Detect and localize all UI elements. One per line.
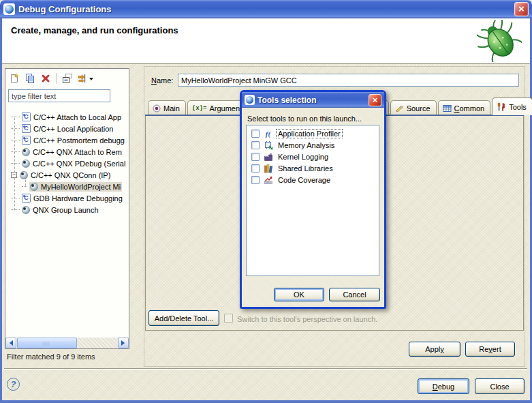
tree-item[interactable]: GDB Hardware Debugging — [5, 192, 129, 204]
configurations-toolbar — [7, 71, 94, 86]
selection-highlight: MyHelloWorldProject Mi — [29, 182, 122, 192]
filter-input[interactable] — [8, 89, 110, 102]
tool-row[interactable]: Shared Libraries — [247, 162, 379, 174]
arrow-left-icon — [7, 340, 13, 346]
code-coverage-icon — [263, 175, 273, 185]
delete-button[interactable] — [39, 72, 52, 85]
collapse-toggle[interactable] — [11, 172, 17, 178]
dialog-icon — [245, 95, 255, 105]
tool-row[interactable]: Kernel Logging — [247, 151, 379, 162]
qnx-launch-icon — [20, 171, 28, 179]
tree-item[interactable]: QNX Group Launch — [5, 204, 129, 215]
tab-main[interactable]: Main — [148, 100, 186, 115]
tree-item-expanded[interactable]: C/C++ QNX QConn (IP) — [5, 169, 129, 181]
arguments-tab-icon: (x)= — [192, 105, 207, 112]
tools-tab-icon — [497, 102, 506, 111]
perspective-checkbox[interactable] — [224, 314, 233, 323]
shared-libraries-icon — [263, 164, 273, 173]
duplicate-button[interactable] — [23, 72, 36, 85]
close-dialog-button[interactable]: Close — [475, 378, 525, 394]
perspective-checkbox-label: Switch to this tool's perspective on lau… — [237, 315, 377, 323]
c-launch-icon — [22, 113, 31, 121]
ok-button[interactable]: OK — [274, 288, 324, 301]
qnx-launch-icon — [22, 148, 30, 156]
tool-row[interactable]: Memory Analysis — [247, 139, 379, 151]
window-title: Debug Configurations — [18, 4, 112, 14]
scroll-left-button[interactable] — [5, 338, 16, 348]
apply-button[interactable]: Apply — [409, 342, 460, 357]
arrow-right-icon — [121, 340, 127, 346]
tree-item[interactable]: C/C++ Postmortem debugg — [5, 134, 129, 146]
header-banner: Create, manage, and run configurations — [2, 18, 530, 64]
dialog-prompt: Select tools to run on this launch... — [247, 115, 362, 123]
kernel-logging-icon — [263, 152, 273, 162]
filter-status: Filter matched 9 of 9 items — [7, 353, 95, 361]
scroll-right-button[interactable] — [118, 338, 129, 348]
dialog-title: Tools selection — [257, 95, 316, 105]
scrollbar-thumb[interactable] — [17, 338, 77, 348]
tree-item[interactable]: C/C++ Attach to Local App — [5, 111, 129, 123]
application-profiler-icon: f( — [263, 129, 273, 138]
dialog-titlebar[interactable]: Tools selection × — [242, 92, 384, 108]
toolbar-separator — [56, 73, 57, 84]
horizontal-scrollbar[interactable] — [5, 338, 129, 348]
c-launch-icon — [22, 124, 31, 133]
qnx-launch-icon — [30, 183, 38, 191]
configurations-tree: C/C++ Attach to Local App C/C++ Local Ap… — [5, 111, 129, 279]
close-button[interactable]: × — [514, 2, 529, 16]
help-button[interactable]: ? — [7, 378, 20, 391]
tab-source[interactable]: Source — [390, 100, 437, 115]
window-border — [0, 400, 532, 403]
tools-list: f( Application Profiler Memory Analysis — [246, 125, 379, 276]
help-icon: ? — [11, 379, 16, 389]
name-input[interactable] — [178, 74, 519, 87]
name-label: Name: — [151, 76, 173, 85]
tool-checkbox[interactable] — [251, 176, 260, 184]
titlebar[interactable]: Debug Configurations × — [0, 0, 532, 18]
common-tab-icon — [443, 104, 452, 113]
debug-configurations-window: Debug Configurations × Create, manage, a… — [0, 0, 532, 403]
tree-item[interactable]: C/C++ Local Application — [5, 123, 129, 134]
dialog-close-button[interactable]: × — [369, 94, 381, 106]
tool-checkbox[interactable] — [251, 164, 260, 173]
tree-item[interactable]: C/C++ QNX PDebug (Serial — [5, 158, 129, 169]
main-tab-icon — [153, 104, 161, 113]
source-tab-icon — [395, 104, 404, 113]
new-configuration-button[interactable] — [7, 72, 20, 85]
tool-checkbox[interactable] — [251, 153, 260, 161]
add-delete-tool-button[interactable]: Add/Delete Tool... — [148, 310, 219, 326]
c-launch-icon — [22, 136, 31, 145]
new-config-icon — [9, 73, 20, 84]
app-icon — [3, 3, 15, 15]
tool-row[interactable]: Code Coverage — [247, 174, 379, 185]
tool-checkbox[interactable] — [251, 141, 260, 149]
filter-icon — [77, 73, 88, 84]
window-border — [0, 18, 2, 403]
debug-bug-image — [477, 20, 522, 62]
debug-button[interactable]: Debug — [418, 378, 469, 394]
configurations-panel: C/C++ Attach to Local App C/C++ Local Ap… — [5, 68, 129, 349]
tools-selection-dialog: Tools selection × Select tools to run on… — [240, 90, 386, 309]
tree-item-selected[interactable]: MyHelloWorldProject Mi — [5, 181, 129, 192]
tool-row[interactable]: f( Application Profiler — [247, 128, 379, 139]
close-icon: × — [373, 95, 378, 105]
filter-options-button[interactable] — [76, 72, 94, 85]
close-icon: × — [518, 3, 525, 14]
cancel-button[interactable]: Cancel — [329, 288, 380, 301]
qnx-launch-icon — [22, 160, 30, 168]
chevron-down-icon — [89, 78, 93, 83]
footer-separator — [4, 368, 527, 370]
tab-tools[interactable]: Tools — [492, 98, 532, 115]
duplicate-icon — [25, 73, 35, 84]
delete-icon — [41, 74, 50, 83]
collapse-all-icon — [62, 73, 73, 84]
collapse-all-button[interactable] — [61, 72, 74, 85]
qnx-launch-icon — [22, 206, 30, 214]
tab-common[interactable]: Common — [438, 100, 491, 115]
c-launch-icon — [22, 194, 31, 203]
page-title: Create, manage, and run configurations — [11, 25, 178, 35]
tool-checkbox[interactable] — [251, 130, 260, 138]
tree-item[interactable]: C/C++ QNX Attach to Rem — [5, 146, 129, 158]
memory-analysis-icon — [263, 140, 273, 150]
revert-button[interactable]: Revert — [465, 342, 515, 357]
